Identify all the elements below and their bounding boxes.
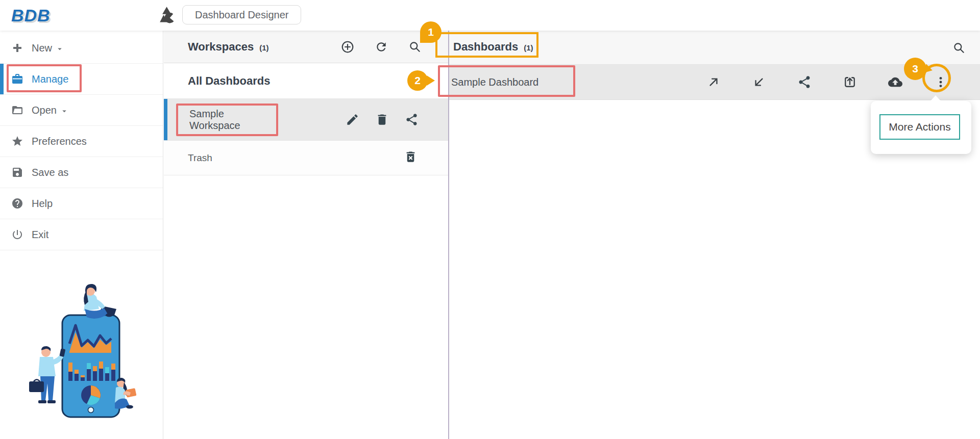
import-icon[interactable] [752,75,766,89]
active-indicator-bar [0,64,4,94]
app-title: Dashboard Designer [182,5,301,24]
dashboard-name: Sample Dashboard [444,66,581,98]
sidebar-item-help[interactable]: Help [0,188,163,219]
sidebar-item-open[interactable]: Open [0,95,163,126]
power-icon [11,228,23,241]
delete-forever-icon[interactable] [404,150,418,164]
topbar: BDB Dashboard Designer [0,0,980,31]
app-title-wrap: Dashboard Designer [160,5,301,24]
share-icon[interactable] [405,113,419,126]
badge-number: 2 [414,74,421,87]
sidebar-item-label: Exit [32,229,48,241]
add-circle-icon[interactable] [341,40,354,54]
chevron-down-icon [55,44,64,54]
analytics-illustration [15,275,143,423]
annotation-step-badge-3: 3 [904,58,926,80]
dashboard-row-sample-dashboard[interactable]: Sample Dashboard [449,65,980,100]
selected-indicator-bar [164,99,167,140]
briefcase-icon [11,73,23,85]
bdb-logo-text: BDB [11,6,51,25]
designer-logo-icon [160,6,176,23]
dashboards-title: Dashboards [453,40,518,54]
annotation-step-badge-1: 1 [420,21,442,43]
sidebar-item-new[interactable]: New [0,33,163,64]
edit-icon[interactable] [346,113,359,126]
dashboards-header: Dashboards (1) [449,31,980,65]
workspace-row-all-dashboards[interactable]: All Dashboards [164,63,448,99]
annotation-red-box-workspace: Sample Workspace [176,104,278,136]
sidebar-item-label: Manage [32,73,68,85]
more-vert-icon[interactable] [934,75,948,89]
refresh-icon[interactable] [375,40,388,54]
sidebar-item-exit[interactable]: Exit [0,219,163,250]
workspace-row-sample-workspace[interactable]: Sample Workspace [164,99,448,141]
dashboard-designer-app: BDB Dashboard Designer New Manage [0,0,980,439]
workspaces-header: Workspaces (1) [164,31,448,63]
row-label: Trash [188,152,212,164]
more-actions-popup: More Actions [871,101,971,154]
open-external-icon[interactable] [706,75,721,89]
dashboards-panel: Dashboards (1) Sample Dashboard [449,31,980,439]
workspaces-title: Workspaces [188,40,254,54]
help-icon [11,197,23,210]
open-in-browser-icon[interactable] [843,75,857,89]
badge-number: 3 [912,63,918,75]
bdb-logo[interactable]: BDB [11,4,51,27]
sidebar: New Manage Open Preferences [0,31,163,439]
chevron-down-icon [60,107,69,116]
share-icon[interactable] [797,75,812,89]
sidebar-item-label: New [32,42,52,54]
sidebar-item-save-as[interactable]: Save as [0,157,163,188]
sidebar-item-label: Help [32,198,53,210]
annotation-step-badge-2: 2 [407,70,428,91]
sidebar-item-preferences[interactable]: Preferences [0,126,163,157]
star-icon [11,135,23,147]
plus-icon [11,42,23,54]
workspaces-count: (1) [259,42,268,52]
badge-number: 1 [428,26,434,38]
more-actions-button[interactable]: More Actions [879,114,960,140]
sidebar-item-manage[interactable]: Manage [0,64,163,95]
save-icon [11,166,23,178]
workspaces-panel: Workspaces (1) All Dashboards Sample Wor… [164,31,448,439]
sidebar-item-label: Save as [32,167,68,178]
search-icon[interactable] [952,41,966,55]
delete-icon[interactable] [375,113,389,126]
workspace-row-trash[interactable]: Trash [164,141,448,175]
workspace-name: Sample Workspace [189,108,276,132]
sidebar-item-label: Preferences [32,136,87,147]
sidebar-item-label: Open [32,105,57,116]
dashboards-count: (1) [524,42,533,52]
cloud-upload-icon[interactable] [888,75,902,89]
folder-open-icon [11,104,23,116]
row-label: All Dashboards [188,74,270,88]
